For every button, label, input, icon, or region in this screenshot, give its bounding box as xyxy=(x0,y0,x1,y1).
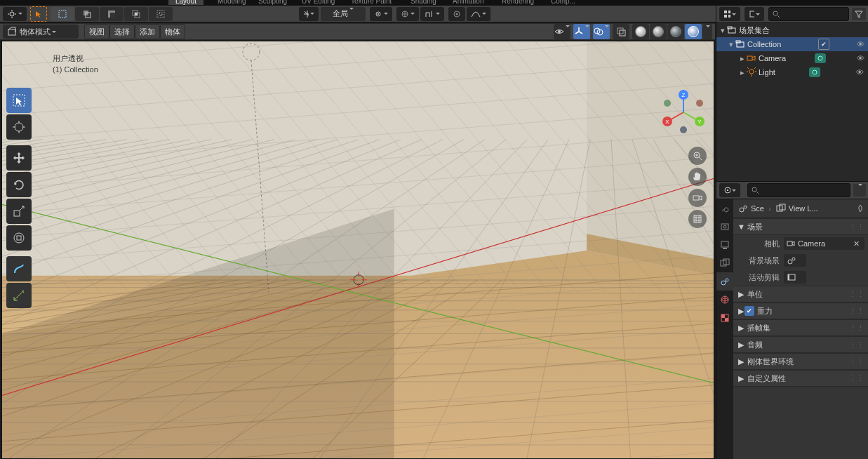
ptab-world[interactable] xyxy=(716,291,733,309)
show-overlays-toggle[interactable] xyxy=(593,24,610,39)
menu-add[interactable]: 添加 xyxy=(135,24,160,39)
workspace-tab-sculpting[interactable]: Sculpting xyxy=(251,0,294,5)
restriction-badge[interactable] xyxy=(815,53,826,63)
orientation-icon-dropdown[interactable] xyxy=(299,7,319,21)
tool-move[interactable] xyxy=(6,145,32,171)
outliner-display-mode[interactable] xyxy=(745,7,764,21)
outliner-item-collection[interactable]: ▾ Collection ✔ 👁 xyxy=(716,37,868,51)
select-mode-subtract[interactable] xyxy=(100,7,123,21)
svg-point-21 xyxy=(558,30,561,33)
snap-target-dropdown[interactable] xyxy=(420,7,444,21)
properties-options[interactable] xyxy=(853,184,866,197)
proportional-edit-toggle[interactable] xyxy=(448,7,465,21)
clear-camera[interactable]: ✕ xyxy=(850,239,862,248)
panel-audio[interactable]: ▶音频⋮⋮ xyxy=(733,336,868,353)
nav-gizmo[interactable]: Z X Y xyxy=(659,88,708,137)
camera-field[interactable]: Camera ✕ xyxy=(784,237,864,250)
proportional-falloff-dropdown[interactable] xyxy=(467,7,490,21)
bg-scene-field[interactable] xyxy=(784,254,806,267)
tool-transform[interactable] xyxy=(6,225,32,251)
eye-icon[interactable]: 👁 xyxy=(855,68,866,76)
restriction-badge[interactable] xyxy=(809,67,820,77)
workspace-tabs: Layout Modeling Sculpting UV Editing Tex… xyxy=(0,0,868,6)
light-icon xyxy=(746,67,757,78)
active-clip-field[interactable] xyxy=(784,271,806,284)
outliner-search[interactable] xyxy=(768,7,849,21)
workspace-tab-layout[interactable]: Layout xyxy=(168,0,203,5)
panel-custom[interactable]: ▶自定义属性⋮⋮ xyxy=(733,370,868,387)
tool-annotate[interactable] xyxy=(6,256,32,281)
select-mode-group xyxy=(51,7,173,21)
gravity-checkbox[interactable]: ✔ xyxy=(745,306,754,316)
panel-gravity[interactable]: ▶✔重力⋮⋮ xyxy=(733,302,868,319)
workspace-tab-uv[interactable]: UV Editing xyxy=(295,0,342,5)
outliner-scene-collection[interactable]: ▾ 场景集合 xyxy=(716,23,868,37)
cursor-dropdown[interactable] xyxy=(3,7,27,21)
prop-bg-scene: 背景场景 xyxy=(733,252,868,269)
workspace-tab-rendering[interactable]: Rendering xyxy=(495,0,541,5)
orientation-dropdown[interactable]: 全局 xyxy=(321,7,366,21)
nav-pan[interactable] xyxy=(688,168,707,186)
ptab-viewlayer[interactable] xyxy=(716,254,733,272)
select-box-tool-icon[interactable] xyxy=(31,7,46,21)
outliner-tree[interactable]: ▾ 场景集合 ▾ Collection ✔ 👁 ▸ Camera 👁 ▸ Lig… xyxy=(716,23,868,181)
shading-rendered[interactable] xyxy=(685,24,702,39)
outliner-filter[interactable] xyxy=(852,8,866,20)
select-mode-invert[interactable] xyxy=(149,7,173,21)
pivot-dropdown[interactable] xyxy=(370,7,392,21)
shading-dropdown[interactable] xyxy=(702,24,712,39)
crumb-viewlayer[interactable]: View L... xyxy=(789,204,818,213)
svg-rect-12 xyxy=(135,13,138,15)
menu-select[interactable]: 选择 xyxy=(109,24,135,39)
properties-search[interactable] xyxy=(747,183,850,197)
workspace-tab-modeling[interactable]: Modeling xyxy=(211,0,253,5)
shading-matprev[interactable] xyxy=(667,24,684,39)
ptab-output[interactable] xyxy=(716,236,733,254)
tool-select-box[interactable] xyxy=(6,88,32,113)
workspace-tab-shading[interactable]: Shading xyxy=(403,0,443,5)
eye-icon[interactable]: 👁 xyxy=(855,40,866,48)
tool-scale[interactable] xyxy=(6,199,32,224)
menu-object[interactable]: 物体 xyxy=(160,24,185,39)
tool-cursor[interactable] xyxy=(6,114,32,140)
crumb-scene[interactable]: Sce xyxy=(751,204,764,213)
prop-camera: 相机 Camera ✕ xyxy=(733,235,868,252)
ptab-texture[interactable] xyxy=(716,309,733,327)
panel-scene-header[interactable]: ▼场景⋮⋮ xyxy=(733,218,868,235)
svg-point-79 xyxy=(752,187,756,192)
panel-units[interactable]: ▶单位⋮⋮ xyxy=(733,286,868,302)
snap-dropdown[interactable] xyxy=(396,7,419,21)
ptab-render[interactable] xyxy=(716,218,733,236)
pin-icon[interactable] xyxy=(856,204,864,213)
show-selectable-icon[interactable] xyxy=(554,24,570,39)
workspace-tab-comp[interactable]: Comp... xyxy=(544,0,582,5)
svg-rect-9 xyxy=(110,13,115,18)
select-mode-intersect[interactable] xyxy=(124,7,148,21)
outliner-editor-type[interactable] xyxy=(719,7,740,21)
select-mode-new[interactable] xyxy=(51,7,74,21)
panel-rigidbody[interactable]: ▶刚体世界环境⋮⋮ xyxy=(733,353,868,370)
shading-solid[interactable] xyxy=(650,24,667,39)
outliner-item-light[interactable]: ▸ Light 👁 xyxy=(716,65,868,79)
ptab-scene[interactable] xyxy=(716,272,733,291)
viewport-3d[interactable]: 用户透视 (1) Collection Z X Y xyxy=(1,41,714,459)
tool-measure[interactable] xyxy=(6,283,32,308)
nav-zoom[interactable] xyxy=(688,147,707,165)
ptab-tool[interactable] xyxy=(716,199,733,218)
workspace-tab-texture[interactable]: Texture Paint xyxy=(344,0,399,5)
menu-view[interactable]: 视图 xyxy=(84,24,109,39)
show-gizmo-toggle[interactable] xyxy=(573,24,590,39)
nav-perspective[interactable] xyxy=(688,210,707,228)
svg-point-99 xyxy=(788,260,792,264)
tool-rotate[interactable] xyxy=(6,172,32,197)
panel-keying[interactable]: ▶插帧集⋮⋮ xyxy=(733,319,868,336)
outliner-item-camera[interactable]: ▸ Camera 👁 xyxy=(716,51,868,65)
select-mode-extend[interactable] xyxy=(75,7,99,21)
shading-wireframe[interactable] xyxy=(632,24,649,39)
workspace-tab-animation[interactable]: Animation xyxy=(446,0,490,5)
nav-camera[interactable] xyxy=(688,189,707,207)
eye-icon[interactable]: 👁 xyxy=(855,54,866,62)
xray-toggle[interactable] xyxy=(613,24,629,39)
properties-editor-type[interactable] xyxy=(719,183,740,197)
mode-dropdown[interactable]: 物体模式 xyxy=(3,25,79,39)
